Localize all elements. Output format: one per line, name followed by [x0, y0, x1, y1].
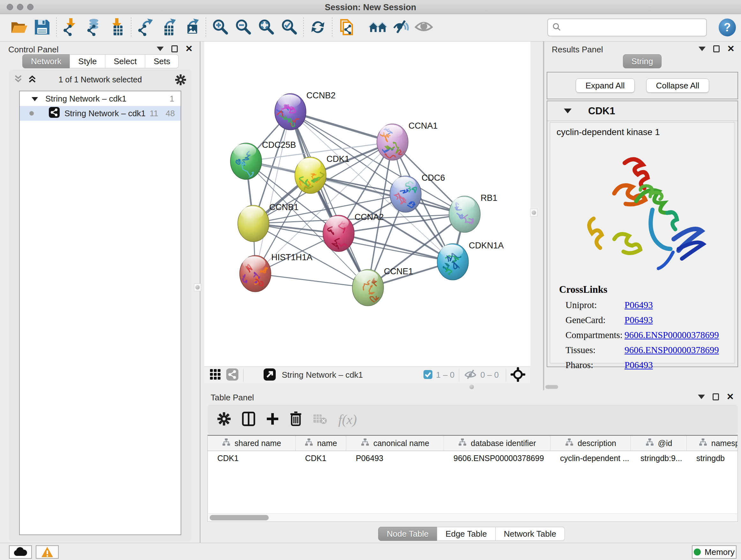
scrollbar-thumb[interactable]: [210, 515, 269, 520]
tab-network[interactable]: Network: [22, 54, 70, 68]
network-row[interactable]: String Network – cdk1 11 48: [20, 106, 181, 121]
node-CCNE1[interactable]: CCNE1: [352, 266, 413, 306]
save-session-icon: [33, 18, 51, 37]
column-header-database-identifier[interactable]: database identifier: [444, 436, 550, 450]
table-cell[interactable]: 9606.ENSP00000378699: [444, 454, 550, 463]
crosslink-link[interactable]: P06493: [624, 300, 653, 310]
column-header--id[interactable]: @id: [631, 436, 687, 450]
export-image-button[interactable]: [180, 17, 203, 39]
edge-CCNB2-HIST1H1A[interactable]: [255, 112, 290, 273]
float-panel-icon[interactable]: [713, 393, 719, 400]
results-scrollbar[interactable]: [545, 385, 558, 389]
node-CDKN1A[interactable]: CDKN1A: [437, 241, 504, 280]
collapse-panel-icon[interactable]: [698, 395, 705, 399]
edge-HIST1H1A-CCNE1[interactable]: [255, 273, 368, 288]
crosslink-link[interactable]: 9606.ENSP00000378699: [624, 345, 719, 355]
refresh-network-button[interactable]: [307, 17, 329, 39]
table-cell[interactable]: stringdb: [687, 454, 738, 463]
expand-all-button[interactable]: Expand All: [576, 78, 635, 92]
float-panel-icon[interactable]: [172, 45, 178, 52]
column-header-shared-name[interactable]: shared name: [208, 436, 295, 450]
table-cell[interactable]: CDK1: [295, 454, 346, 463]
node-CDC25B[interactable]: CDC25B: [230, 140, 296, 181]
tab-string[interactable]: String: [623, 54, 662, 68]
hide-eye-button[interactable]: [389, 17, 412, 39]
close-panel-icon[interactable]: ✕: [727, 393, 734, 400]
delete-column-icon[interactable]: [290, 412, 302, 428]
float-panel-icon[interactable]: [713, 45, 720, 52]
network-view-title: String Network – cdk1: [282, 370, 363, 380]
search-box[interactable]: [547, 18, 707, 37]
crosslink-link[interactable]: P06493: [624, 315, 653, 325]
close-panel-icon[interactable]: ✕: [185, 45, 193, 52]
selected-checkbox-icon[interactable]: [423, 370, 433, 381]
crosslink-row: Pharos: P06493: [559, 360, 719, 370]
crosshair-icon[interactable]: [511, 367, 525, 383]
warnings-button[interactable]: [36, 545, 59, 559]
column-header-description[interactable]: description: [550, 436, 631, 450]
zoom-in-button[interactable]: [209, 17, 232, 39]
node-RB1[interactable]: RB1: [449, 193, 497, 233]
collapse-panel-icon[interactable]: [157, 47, 164, 51]
open-in-new-window-icon[interactable]: [263, 368, 276, 382]
node-CCNA1[interactable]: CCNA1: [376, 121, 438, 161]
show-eye-button[interactable]: [412, 17, 435, 39]
export-network-button[interactable]: [134, 17, 157, 39]
zoom-out-button[interactable]: [232, 17, 255, 39]
table-cell[interactable]: stringdb:9...: [631, 454, 687, 463]
tab-style[interactable]: Style: [70, 54, 105, 68]
birds-eye-grid-icon[interactable]: [209, 368, 221, 382]
table-cell[interactable]: CDK1: [208, 454, 295, 463]
node-CDK1[interactable]: CDK1: [295, 154, 349, 193]
close-panel-icon[interactable]: ✕: [727, 45, 735, 52]
import-network-database-button[interactable]: [82, 17, 105, 39]
table-options-gear-icon[interactable]: [217, 412, 231, 427]
network-options-gear-icon[interactable]: [175, 74, 186, 87]
show-columns-icon[interactable]: [242, 412, 255, 428]
open-session-button[interactable]: [8, 17, 30, 39]
memory-button[interactable]: Memory: [692, 545, 737, 559]
network-canvas[interactable]: CCNB2 CCNA1 CDC25B CDK1 CDC6 RB1 CCNB1 C…: [204, 42, 530, 367]
right-splitter-handle[interactable]: [530, 209, 537, 216]
column-header-canonical-name[interactable]: canonical name: [346, 436, 444, 450]
table-horizontal-scrollbar[interactable]: [207, 513, 738, 522]
search-input[interactable]: [564, 19, 706, 36]
node-HIST1H1A[interactable]: HIST1H1A: [240, 253, 313, 292]
network-share-icon[interactable]: [226, 368, 239, 382]
table-cell[interactable]: P06493: [346, 454, 444, 463]
node-label-CDC25B: CDC25B: [262, 140, 296, 150]
zoom-fit-button[interactable]: [255, 17, 278, 39]
tab-select[interactable]: Select: [105, 54, 145, 68]
node-CCNB2[interactable]: CCNB2: [273, 91, 335, 130]
import-network-button[interactable]: [59, 17, 82, 39]
tab-network-table[interactable]: Network Table: [495, 527, 565, 541]
export-table-button[interactable]: [157, 17, 180, 39]
table-row[interactable]: CDK1CDK1P064939606.ENSP00000378699cyclin…: [208, 451, 738, 465]
collapse-panel-icon[interactable]: [698, 47, 705, 51]
left-splitter-handle[interactable]: [194, 284, 201, 291]
horizontal-splitter-handle[interactable]: [469, 385, 474, 389]
save-session-button[interactable]: [30, 17, 54, 39]
column-header-name[interactable]: name: [295, 436, 346, 450]
cloud-button[interactable]: [9, 545, 32, 559]
crosslink-link[interactable]: 9606.ENSP00000378699: [624, 330, 719, 340]
add-column-icon[interactable]: [266, 413, 279, 427]
tab-sets[interactable]: Sets: [145, 54, 179, 68]
clone-network-icon: [338, 18, 355, 37]
clone-network-button[interactable]: [335, 17, 358, 39]
tab-edge-table[interactable]: Edge Table: [437, 527, 495, 541]
column-header-namespac[interactable]: namespac: [687, 436, 738, 450]
crosslink-link[interactable]: P06493: [624, 360, 653, 370]
table-cell[interactable]: cyclin-dependent ...: [550, 454, 631, 463]
tab-node-table[interactable]: Node Table: [378, 527, 437, 541]
collapse-entry-icon[interactable]: [564, 109, 571, 113]
network-collection-row[interactable]: String Network – cdk1 1: [20, 91, 181, 106]
collapse-all-button[interactable]: Collapse All: [646, 78, 710, 92]
table-panel: Table Panel ✕ f(x) shared namenamecanoni…: [204, 390, 741, 543]
collection-expand-icon[interactable]: [31, 94, 38, 104]
string-homes-button[interactable]: [366, 17, 389, 39]
import-table-button[interactable]: [105, 17, 128, 39]
gene-entry-header[interactable]: CDK1: [547, 101, 738, 121]
help-button[interactable]: ?: [719, 18, 736, 37]
zoom-selected-button[interactable]: [278, 17, 300, 39]
